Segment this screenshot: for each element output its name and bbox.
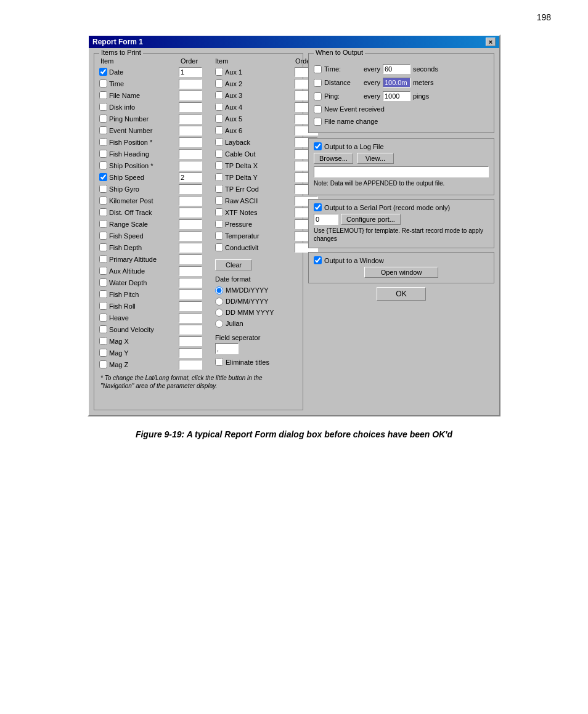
col1-order-input-5[interactable]: [179, 126, 202, 136]
date-format-radio-3[interactable]: [215, 320, 223, 328]
col1-item-checkbox-7[interactable]: [99, 150, 107, 158]
clear-button[interactable]: Clear: [215, 259, 252, 270]
col1-item-checkbox-9[interactable]: [99, 173, 107, 181]
col1-item-checkbox-22[interactable]: [99, 325, 107, 333]
col1-item-checkbox-10[interactable]: [99, 185, 107, 193]
col1-item-checkbox-3[interactable]: [99, 103, 107, 111]
col1-item-checkbox-6[interactable]: [99, 138, 107, 146]
browse-button[interactable]: Browse...: [314, 153, 353, 164]
log-path-input[interactable]: [314, 166, 489, 177]
col1-item-checkbox-0[interactable]: [99, 68, 107, 76]
col1-item-checkbox-18[interactable]: [99, 278, 107, 286]
serial-port-checkbox[interactable]: [314, 203, 322, 211]
col1-order-input-15[interactable]: [179, 243, 202, 253]
col1-order-input-4[interactable]: [179, 114, 202, 124]
col2-item-checkbox-7[interactable]: [215, 150, 223, 158]
col2-item-checkbox-3[interactable]: [215, 103, 223, 111]
col1-item-checkbox-15[interactable]: [99, 243, 107, 251]
col1-item-checkbox-25[interactable]: [99, 360, 107, 368]
open-window-button[interactable]: Open window: [364, 267, 438, 278]
col1-item-checkbox-23[interactable]: [99, 337, 107, 345]
ping-input[interactable]: [383, 91, 410, 101]
col1-order-input-0[interactable]: [179, 67, 202, 77]
col2-item-checkbox-2[interactable]: [215, 91, 223, 99]
col1-order-input-14[interactable]: [179, 231, 202, 241]
col2-item-checkbox-0[interactable]: [215, 68, 223, 76]
port-input[interactable]: [314, 214, 338, 225]
col2-item-checkbox-9[interactable]: [215, 173, 223, 181]
col2-item-checkbox-12[interactable]: [215, 208, 223, 216]
dialog-titlebar: Report Form 1 ×: [89, 36, 499, 48]
col1-order-input-22[interactable]: [179, 325, 202, 335]
col1-order-input-12[interactable]: [179, 208, 202, 217]
col1-item-checkbox-14[interactable]: [99, 232, 107, 240]
col1-order-input-16[interactable]: [179, 254, 202, 264]
col1-order-input-18[interactable]: [179, 278, 202, 288]
col2-item-checkbox-10[interactable]: [215, 185, 223, 193]
col1-item-checkbox-19[interactable]: [99, 290, 107, 298]
item-label: Raw ASCII: [225, 197, 293, 205]
col1-item-checkbox-20[interactable]: [99, 302, 107, 310]
col2-item-checkbox-4[interactable]: [215, 115, 223, 123]
field-sep-input[interactable]: [215, 343, 239, 354]
col2-item-checkbox-15[interactable]: [215, 243, 223, 251]
time-checkbox[interactable]: [314, 65, 322, 73]
col1-order-input-23[interactable]: [179, 336, 202, 346]
col1-order-input-19[interactable]: [179, 290, 202, 299]
time-input[interactable]: [383, 64, 410, 74]
col1-order-input-11[interactable]: [179, 196, 202, 206]
col1-item-checkbox-2[interactable]: [99, 91, 107, 99]
col2-item-checkbox-13[interactable]: [215, 220, 223, 228]
distance-checkbox[interactable]: [314, 79, 322, 87]
col1-order-input-2[interactable]: [179, 91, 202, 100]
template-text: Use {TELEMOUT} for template. Re-start re…: [314, 227, 489, 243]
figure-caption: Figure 9-19: A typical Report Form dialo…: [12, 429, 576, 441]
col2-item-checkbox-14[interactable]: [215, 232, 223, 240]
col1-order-input-20[interactable]: [179, 301, 202, 311]
distance-input[interactable]: [383, 78, 410, 87]
date-format-radio-1[interactable]: [215, 298, 223, 306]
col2-item-checkbox-1[interactable]: [215, 79, 223, 87]
col1-item-checkbox-11[interactable]: [99, 197, 107, 205]
col2-item-checkbox-5[interactable]: [215, 126, 223, 134]
col1-item-checkbox-12[interactable]: [99, 208, 107, 216]
file-change-checkbox[interactable]: [314, 118, 322, 126]
ping-checkbox[interactable]: [314, 92, 322, 100]
col1-order-input-6[interactable]: [179, 137, 202, 147]
new-event-checkbox[interactable]: [314, 105, 322, 113]
col2-item-checkbox-6[interactable]: [215, 138, 223, 146]
col1-item-checkbox-4[interactable]: [99, 115, 107, 123]
col2-item-checkbox-8[interactable]: [215, 161, 223, 169]
configure-port-button[interactable]: Configure port...: [341, 214, 401, 225]
file-change-row: File name change: [314, 115, 489, 128]
col1-order-input-21[interactable]: [179, 313, 202, 323]
eliminate-titles-checkbox[interactable]: [215, 358, 223, 366]
date-format-radio-2[interactable]: [215, 309, 223, 317]
output-log-checkbox[interactable]: [314, 142, 322, 150]
col1-order-input-10[interactable]: [179, 184, 202, 194]
col1-item-checkbox-8[interactable]: [99, 161, 107, 169]
col1-item-checkbox-21[interactable]: [99, 314, 107, 322]
col1-order-input-7[interactable]: [179, 149, 202, 159]
col1-order-input-13[interactable]: [179, 219, 202, 229]
col1-order-input-9[interactable]: [179, 172, 202, 182]
date-format-option-label: DD MMM YYYY: [226, 309, 274, 316]
view-button[interactable]: View...: [357, 153, 394, 164]
col1-order-input-17[interactable]: [179, 266, 202, 276]
col2-item-checkbox-11[interactable]: [215, 197, 223, 205]
col1-order-input-24[interactable]: [179, 348, 202, 358]
close-button[interactable]: ×: [486, 38, 496, 46]
output-window-checkbox[interactable]: [314, 256, 322, 264]
col1-item-checkbox-1[interactable]: [99, 79, 107, 87]
col1-item-checkbox-17[interactable]: [99, 267, 107, 275]
col1-order-input-1[interactable]: [179, 79, 202, 89]
col1-item-checkbox-16[interactable]: [99, 255, 107, 263]
col1-order-input-8[interactable]: [179, 161, 202, 171]
col1-item-checkbox-5[interactable]: [99, 126, 107, 134]
date-format-radio-0[interactable]: [215, 286, 223, 294]
col1-item-checkbox-13[interactable]: [99, 220, 107, 228]
col1-order-input-3[interactable]: [179, 102, 202, 112]
col1-item-checkbox-24[interactable]: [99, 349, 107, 357]
ok-button[interactable]: OK: [377, 287, 426, 301]
col1-order-input-25[interactable]: [179, 360, 202, 370]
